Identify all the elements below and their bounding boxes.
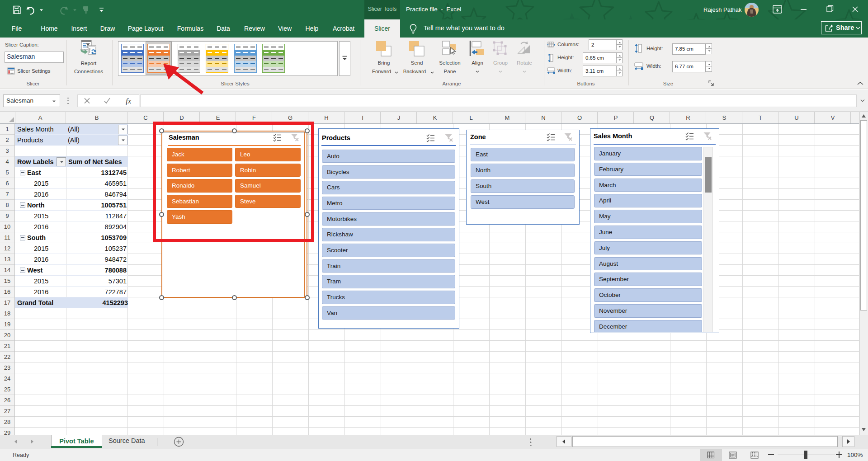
svg-text:fx: fx [126, 97, 132, 105]
